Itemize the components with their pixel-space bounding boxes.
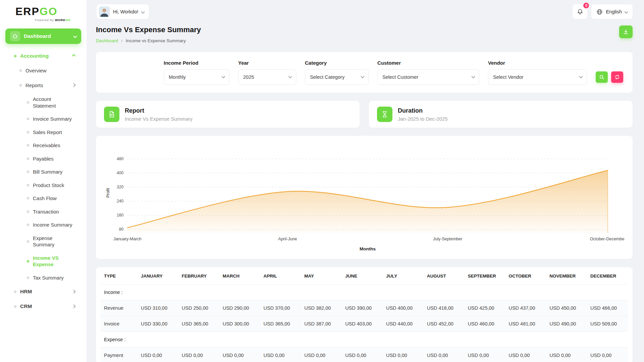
svg-text:January-March: January-March: [113, 237, 141, 241]
profit-chart-card: 80160240320400480January-MarchApril-June…: [96, 136, 633, 259]
amount-cell: USD 382,00: [301, 300, 342, 316]
chevron-right-icon: [72, 83, 75, 87]
table-header-row: TYPEJANUARYFEBRUARYMARCHAPRILMAYJUNEJULY…: [101, 268, 628, 285]
bullet-icon: [27, 277, 29, 279]
bullet-icon: [27, 101, 29, 104]
apply-filter-button[interactable]: [596, 71, 608, 83]
row-type-label: Payment: [101, 348, 138, 362]
sidebar-item-reports[interactable]: Reports: [0, 78, 87, 93]
amount-cell: USD 0,00: [465, 348, 505, 362]
chart-x-axis-label: Months: [360, 246, 376, 251]
amount-cell: USD 460,00: [465, 316, 505, 332]
amount-cell: USD 365,00: [260, 316, 301, 332]
sidebar-item-tax-summary[interactable]: Tax Summary: [0, 271, 87, 285]
amount-cell: USD 0,00: [505, 348, 546, 362]
amount-cell: USD 403,00: [342, 316, 383, 332]
amount-cell: USD 490,00: [546, 316, 587, 332]
page-title: Income Vs Expense Summary: [96, 25, 201, 34]
bullet-icon: [27, 131, 29, 133]
sidebar-item-product-stock[interactable]: Product Stock: [0, 179, 87, 192]
amount-cell: USD 0,00: [138, 348, 178, 362]
download-button[interactable]: [619, 25, 633, 38]
sidebar-item-dashboard[interactable]: Dashboard: [5, 28, 81, 44]
column-header-july: JULY: [383, 268, 424, 285]
sidebar-item-account-statement[interactable]: Account Statement: [0, 93, 87, 112]
amount-cell: USD 310,00: [138, 300, 178, 316]
svg-text:400: 400: [117, 171, 123, 175]
bullet-icon: [14, 55, 16, 57]
bullet-icon: [27, 240, 29, 243]
sidebar-item-label: Accounting: [20, 53, 49, 59]
bullet-icon: [27, 158, 29, 160]
brand-logo[interactable]: ERPGO Powered By WORKDO: [0, 5, 87, 22]
bullet-icon: [19, 69, 22, 72]
sidebar-item-hrm[interactable]: HRM: [0, 284, 87, 299]
sidebar-item-invoice-summary[interactable]: Invoice Summary: [0, 112, 87, 126]
income-period-select[interactable]: Monthly: [164, 69, 229, 85]
category-select[interactable]: Select Category: [305, 69, 369, 85]
sidebar-item-label: Income VS Expense: [33, 255, 75, 268]
hourglass-icon: [377, 107, 392, 122]
sidebar-item-cash-flow[interactable]: Cash Flow: [0, 192, 87, 205]
vendor-select[interactable]: Select Vendor: [488, 69, 587, 85]
sidebar: ERPGO Powered By WORKDO Dashboard Accoun…: [0, 0, 87, 362]
breadcrumb-dashboard-link[interactable]: Dashboard: [96, 38, 118, 43]
chevron-down-icon: [73, 34, 77, 38]
customer-select[interactable]: Select Customer: [377, 69, 479, 85]
chevron-down-icon: [624, 10, 628, 13]
amount-cell: USD 365,00: [178, 316, 219, 332]
language-label: English: [606, 9, 622, 14]
notifications-button[interactable]: 0: [573, 4, 587, 19]
svg-text:480: 480: [117, 157, 123, 161]
column-header-october: OCTOBER: [505, 268, 546, 285]
sidebar-item-crm[interactable]: CRM: [0, 299, 87, 314]
powered-by-text: Powered By WORKDO: [15, 18, 87, 22]
user-avatar: [99, 6, 110, 17]
page-head: Income Vs Expense Summary Dashboard › In…: [96, 25, 633, 43]
column-header-may: MAY: [301, 268, 342, 285]
sidebar-item-bill-summary[interactable]: Bill Summary: [0, 165, 87, 179]
sidebar-item-income-summary[interactable]: Income Summary: [0, 218, 87, 232]
table-row-payment: PaymentUSD 0,00USD 0,00USD 0,00USD 0,00U…: [101, 348, 628, 362]
topbar-right: 0 English: [573, 4, 633, 19]
duration-card-title: Duration: [398, 107, 447, 114]
amount-cell: USD 0,00: [546, 348, 587, 362]
sidebar-item-receivables[interactable]: Receivables: [0, 139, 87, 152]
breadcrumb: Dashboard › Income vs Expense Summary: [96, 38, 201, 43]
section-label: Expense :: [101, 332, 628, 348]
sidebar-item-income-vs-expense[interactable]: Income VS Expense: [0, 251, 87, 271]
sidebar-item-label: Product Stock: [33, 182, 64, 189]
income-period-label: Income Period: [164, 60, 229, 66]
sidebar-item-sales-report[interactable]: Sales Report: [0, 126, 87, 139]
brand-logo-secondary: GO: [40, 5, 58, 17]
chevron-right-icon: [72, 290, 75, 294]
year-select[interactable]: 2025: [238, 69, 296, 85]
report-card-title: Report: [125, 107, 193, 114]
table-section-row-expense: Expense :: [101, 332, 628, 348]
refresh-icon: [614, 74, 620, 80]
amount-cell: USD 452,00: [424, 316, 465, 332]
bullet-icon: [27, 144, 29, 146]
sidebar-item-overview[interactable]: Overview: [0, 63, 87, 78]
user-menu[interactable]: Hi, Workdo!: [97, 4, 149, 19]
report-card: Report Income Vs Expense Summary: [96, 101, 360, 128]
column-header-march: MARCH: [219, 268, 260, 285]
sidebar-item-expense-summary[interactable]: Expense Summary: [0, 232, 87, 251]
user-greeting: Hi, Workdo!: [113, 9, 138, 14]
reset-filter-button[interactable]: [611, 71, 623, 83]
sidebar-item-accounting[interactable]: Accounting: [0, 49, 87, 63]
vendor-label: Vendor: [488, 60, 587, 66]
amount-cell: USD 0,00: [587, 348, 628, 362]
amount-cell: USD 0,00: [424, 348, 465, 362]
filter-card: Income Period Monthly Year 2025 Category: [96, 52, 633, 93]
amount-cell: USD 437,00: [505, 300, 546, 316]
language-selector[interactable]: English: [591, 4, 633, 19]
income-expense-table-card: TYPEJANUARYFEBRUARYMARCHAPRILMAYJUNEJULY…: [96, 267, 633, 362]
bullet-icon: [27, 118, 29, 120]
sidebar-item-transaction[interactable]: Transaction: [0, 205, 87, 219]
sidebar-item-payables[interactable]: Payables: [0, 152, 87, 166]
column-header-august: AUGUST: [424, 268, 465, 285]
row-type-label: Invoice: [101, 316, 138, 332]
profit-area-chart: 80160240320400480January-MarchApril-June…: [104, 142, 625, 253]
bullet-icon: [14, 291, 16, 293]
